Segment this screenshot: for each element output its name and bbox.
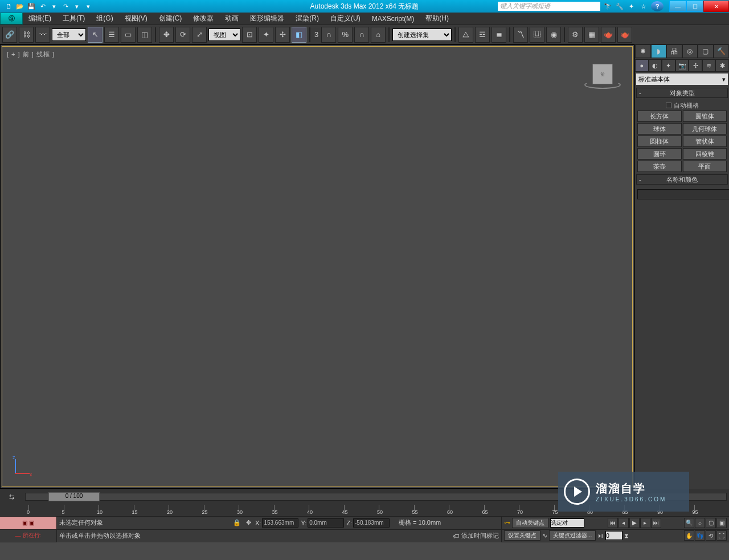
obj-tube-button[interactable]: 管状体 xyxy=(683,136,727,147)
nav-maxtoggle-icon[interactable]: ⛶ xyxy=(716,530,727,541)
tab-hierarchy-icon[interactable]: 品 xyxy=(666,44,682,58)
autogrid-checkbox[interactable]: 自动栅格 xyxy=(637,100,727,111)
tab-utilities-icon[interactable]: 🔨 xyxy=(714,44,730,58)
category-dropdown[interactable]: 标准基本体▾ xyxy=(636,73,728,85)
named-sel-set-select[interactable]: 创建选择集 xyxy=(392,28,452,41)
ref-coord-select[interactable]: 视图 xyxy=(208,28,240,41)
layers-icon[interactable]: ≣ xyxy=(492,27,506,43)
add-time-marker[interactable]: 添加时间标记 xyxy=(461,532,499,540)
tag-icon[interactable]: 🏷 xyxy=(453,533,459,539)
angle-snap-icon[interactable]: ∩ xyxy=(321,27,336,43)
open-icon[interactable]: 📂 xyxy=(15,2,25,11)
current-frame-input[interactable] xyxy=(605,531,622,540)
render-iterative-icon[interactable]: 🫖 xyxy=(617,27,632,43)
app-button[interactable]: Ⓢ xyxy=(0,13,23,24)
select-by-name-icon[interactable]: ☰ xyxy=(104,27,119,43)
nav-zoomall-icon[interactable]: ⌕ xyxy=(695,518,705,528)
goto-end-icon[interactable]: ⏭ xyxy=(651,518,661,528)
script-mini-1[interactable]: ▣ ▣ xyxy=(0,517,56,530)
window-crossing-icon[interactable]: ◫ xyxy=(137,27,152,43)
obj-sphere-button[interactable]: 球体 xyxy=(637,123,682,134)
rendered-frame-icon[interactable]: ▦ xyxy=(584,27,599,43)
rollout-name-color[interactable]: -名称和颜色 xyxy=(636,174,728,185)
percent-snap-icon[interactable]: % xyxy=(338,27,353,43)
obj-box-button[interactable]: 长方体 xyxy=(637,111,682,122)
key-icon[interactable]: ⊶ xyxy=(504,519,510,526)
minimize-button[interactable]: — xyxy=(669,1,686,12)
key-mode-select[interactable] xyxy=(550,518,584,528)
object-name-input[interactable] xyxy=(637,189,729,199)
menu-create[interactable]: 创建(C) xyxy=(153,13,188,24)
subtab-lights-icon[interactable]: ✦ xyxy=(662,59,675,72)
coord-y-input[interactable] xyxy=(308,518,344,528)
select-region-rect-icon[interactable]: ▭ xyxy=(121,27,136,43)
tab-modify-icon[interactable]: ◗ xyxy=(651,44,667,58)
menu-maxscript[interactable]: MAXScript(M) xyxy=(366,13,420,24)
coord-x-input[interactable] xyxy=(262,518,298,528)
obj-torus-button[interactable]: 圆环 xyxy=(637,148,682,160)
undo-icon[interactable]: ↶ xyxy=(38,2,48,11)
selection-filter-select[interactable]: 全部 xyxy=(52,28,86,41)
move-icon[interactable]: ✥ xyxy=(159,27,174,43)
render-production-icon[interactable]: 🫖 xyxy=(601,27,616,43)
nav-region-icon[interactable]: ▣ xyxy=(716,518,727,528)
bind-spacewarp-icon[interactable]: 〰 xyxy=(35,27,50,43)
close-button[interactable]: ✕ xyxy=(703,1,729,12)
viewcube-ring[interactable] xyxy=(584,81,621,89)
obj-plane-button[interactable]: 平面 xyxy=(683,161,727,172)
nav-pan-icon[interactable]: ✋ xyxy=(684,530,694,541)
schematic-view-icon[interactable]: ⿶ xyxy=(530,27,544,43)
help-search-input[interactable]: 键入关键字或短语 xyxy=(498,2,600,11)
qat-more-icon[interactable]: ▾ xyxy=(83,2,93,11)
play-icon[interactable]: ▶ xyxy=(629,518,640,528)
material-editor-icon[interactable]: ◉ xyxy=(546,27,561,43)
edged-faces-icon[interactable]: ⌂ xyxy=(371,27,386,43)
obj-cylinder-button[interactable]: 圆柱体 xyxy=(637,136,682,147)
timeline-config-icon[interactable]: ⇆ xyxy=(0,493,23,501)
viewport[interactable]: [ + ] 前 ] 线框 ] 前 zx xyxy=(0,44,634,489)
obj-teapot-button[interactable]: 茶壶 xyxy=(637,161,682,172)
select-object-icon[interactable]: ↖ xyxy=(88,27,103,43)
menu-help[interactable]: 帮助(H) xyxy=(420,13,454,24)
select-manipulate-icon[interactable]: ✦ xyxy=(259,27,273,43)
spinner-snap-icon[interactable]: ∩ xyxy=(354,27,369,43)
subtab-shapes-icon[interactable]: ◐ xyxy=(649,59,662,72)
redo-icon[interactable]: ↷ xyxy=(60,2,71,11)
coord-z-input[interactable] xyxy=(353,518,390,528)
subtab-geometry-icon[interactable]: ● xyxy=(635,59,649,72)
menu-views[interactable]: 视图(V) xyxy=(119,13,153,24)
render-setup-icon[interactable]: ⚙ xyxy=(568,27,583,43)
keyboard-shortcut-icon[interactable]: ✢ xyxy=(275,27,290,43)
rotate-icon[interactable]: ⟳ xyxy=(175,27,190,43)
nav-zoom-icon[interactable]: 🔍 xyxy=(684,518,694,528)
tab-motion-icon[interactable]: ◎ xyxy=(682,44,698,58)
time-slider-thumb[interactable]: 0 / 100 xyxy=(48,492,100,501)
align-icon[interactable]: ☲ xyxy=(475,27,490,43)
abs-rel-icon[interactable]: ✥ xyxy=(244,518,253,528)
curve-editor-icon[interactable]: 〽 xyxy=(513,27,528,43)
nav-fov-icon[interactable]: ▢ xyxy=(706,518,716,528)
undo-drop-icon[interactable]: ▾ xyxy=(49,2,59,11)
binoculars-icon[interactable]: 🔭 xyxy=(603,2,613,11)
subtab-systems-icon[interactable]: ✱ xyxy=(715,59,729,72)
maximize-button[interactable]: ☐ xyxy=(686,1,703,12)
key-filter-button[interactable]: 关键点过滤器... xyxy=(549,530,596,541)
obj-pyramid-button[interactable]: 四棱锥 xyxy=(683,148,727,160)
obj-cone-button[interactable]: 圆锥体 xyxy=(683,111,727,122)
favorite-icon[interactable]: ☆ xyxy=(638,2,649,11)
save-icon[interactable]: 💾 xyxy=(26,2,36,11)
menu-modifiers[interactable]: 修改器 xyxy=(187,13,219,24)
menu-customize[interactable]: 自定义(U) xyxy=(325,13,366,24)
link-icon[interactable]: 🔗 xyxy=(2,27,17,43)
mirror-icon[interactable]: ⧋ xyxy=(458,27,473,43)
unlink-icon[interactable]: ⛓ xyxy=(19,27,34,43)
goto-start-icon[interactable]: ⏮ xyxy=(608,518,618,528)
subtab-cameras-icon[interactable]: 📷 xyxy=(675,59,689,72)
subtab-spacewarps-icon[interactable]: ≋ xyxy=(702,59,716,72)
star-icon[interactable]: ✦ xyxy=(626,2,637,11)
nav-orbit-icon[interactable]: ⟲ xyxy=(706,530,716,541)
lock-icon[interactable]: 🔒 xyxy=(232,518,241,528)
subtab-helpers-icon[interactable]: ✢ xyxy=(689,59,702,72)
redo-drop-icon[interactable]: ▾ xyxy=(72,2,82,11)
menu-tools[interactable]: 工具(T) xyxy=(57,13,91,24)
